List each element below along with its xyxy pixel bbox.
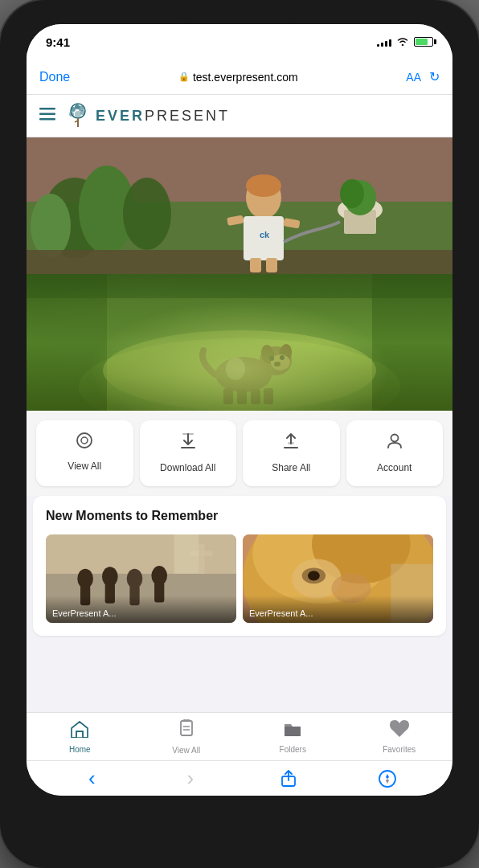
- moments-title: New Moments to Remember: [46, 509, 433, 523]
- screen: 9:41: [27, 24, 452, 796]
- view-all-icon: [74, 432, 95, 454]
- svg-rect-2: [39, 118, 55, 121]
- view-all-label: View All: [68, 461, 101, 473]
- svg-rect-81: [181, 721, 192, 735]
- svg-rect-54: [182, 433, 194, 435]
- hamburger-menu-button[interactable]: [39, 108, 55, 125]
- svg-point-6: [75, 104, 80, 109]
- svg-point-17: [123, 178, 171, 250]
- svg-point-78: [308, 571, 320, 580]
- svg-point-8: [69, 112, 74, 117]
- svg-point-27: [246, 174, 281, 197]
- svg-point-57: [391, 435, 398, 442]
- account-label: Account: [377, 462, 411, 475]
- svg-point-31: [340, 179, 364, 208]
- share-all-label: Share All: [272, 462, 310, 475]
- svg-point-66: [151, 566, 167, 586]
- svg-rect-26: [266, 258, 277, 272]
- app-header: EVERPRESENT: [27, 95, 452, 137]
- browser-actions: AA ↻: [406, 69, 440, 84]
- battery-fill: [416, 39, 428, 45]
- view-all-button[interactable]: View All: [36, 420, 133, 486]
- safari-bottom-bar: ‹ ›: [27, 760, 452, 796]
- svg-point-9: [75, 111, 81, 117]
- photo-dog: [27, 274, 452, 411]
- svg-rect-0: [39, 108, 55, 110]
- share-button[interactable]: [272, 770, 305, 788]
- view-all-nav-icon: [178, 719, 195, 743]
- download-all-button[interactable]: Download All: [140, 420, 237, 486]
- moment-card-1[interactable]: EverPresent A...: [46, 534, 236, 623]
- photo-child: ck: [27, 137, 452, 274]
- phone-frame: 9:41: [0, 0, 479, 868]
- status-bar: 9:41: [27, 24, 452, 59]
- bottom-nav: Home View All: [27, 712, 452, 760]
- wifi-icon: [396, 36, 409, 48]
- action-buttons-container: View All Download All: [27, 411, 452, 496]
- svg-point-64: [127, 568, 143, 588]
- moments-grid: EverPresent A...: [46, 534, 433, 623]
- moment-card-2[interactable]: EverPresent A...: [243, 534, 433, 623]
- back-button[interactable]: ‹: [76, 766, 108, 791]
- account-button[interactable]: Account: [346, 420, 444, 486]
- compass-button[interactable]: [371, 770, 403, 788]
- svg-rect-56: [288, 442, 294, 444]
- svg-rect-1: [39, 113, 55, 115]
- svg-rect-19: [27, 250, 452, 274]
- status-icons: [377, 36, 433, 48]
- svg-point-18: [31, 194, 71, 258]
- nav-home[interactable]: Home: [27, 720, 133, 754]
- url-container: 🔒 test.everpresent.com: [178, 71, 298, 84]
- status-time: 9:41: [46, 35, 70, 49]
- svg-point-51: [77, 433, 92, 448]
- app-content[interactable]: EVERPRESENT: [27, 95, 452, 712]
- home-indicator: [191, 800, 288, 804]
- forward-button[interactable]: ›: [174, 766, 207, 791]
- notch: [179, 0, 300, 23]
- share-all-icon: [281, 432, 301, 456]
- logo-present: PRESENT: [145, 108, 230, 124]
- done-button[interactable]: Done: [39, 70, 70, 84]
- logo: EVERPRESENT: [65, 103, 230, 129]
- moment-2-label: EverPresent A...: [243, 596, 433, 623]
- browser-bar: Done 🔒 test.everpresent.com AA ↻: [27, 59, 452, 95]
- svg-rect-55: [284, 447, 298, 448]
- account-icon: [385, 432, 404, 456]
- svg-point-4: [71, 107, 76, 112]
- refresh-button[interactable]: ↻: [429, 69, 440, 84]
- nav-favorites-label: Favorites: [383, 745, 416, 754]
- moments-section: New Moments to Remember: [33, 496, 446, 636]
- logo-text: EVERPRESENT: [96, 108, 230, 125]
- signal-icon: [377, 37, 391, 47]
- share-all-button[interactable]: Share All: [243, 420, 340, 486]
- svg-rect-25: [250, 258, 261, 272]
- nav-folders-label: Folders: [280, 745, 306, 754]
- svg-text:ck: ck: [260, 230, 270, 240]
- home-nav-icon: [70, 720, 89, 743]
- nav-favorites[interactable]: Favorites: [346, 720, 453, 754]
- svg-point-52: [81, 437, 88, 444]
- nav-view-all-label: View All: [172, 746, 200, 755]
- logo-ever: EVER: [96, 108, 145, 124]
- download-all-label: Download All: [160, 462, 215, 475]
- svg-rect-68: [199, 544, 204, 574]
- svg-rect-53: [181, 447, 195, 448]
- nav-folders[interactable]: Folders: [240, 720, 346, 754]
- logo-tree-icon: [65, 103, 91, 129]
- svg-point-62: [102, 567, 118, 587]
- aa-button[interactable]: AA: [406, 71, 421, 84]
- lock-icon: 🔒: [178, 72, 190, 82]
- svg-rect-70: [174, 534, 199, 574]
- nav-view-all[interactable]: View All: [133, 719, 240, 755]
- nav-home-label: Home: [69, 745, 91, 754]
- url-text: test.everpresent.com: [193, 71, 298, 84]
- photos-area: ck: [27, 137, 452, 411]
- folders-nav-icon: [283, 720, 302, 743]
- svg-rect-84: [285, 727, 301, 736]
- battery-icon: [414, 37, 433, 47]
- svg-rect-80: [76, 731, 83, 738]
- svg-point-60: [77, 568, 93, 588]
- favorites-nav-icon: [390, 720, 409, 743]
- download-all-icon: [178, 432, 198, 456]
- moment-1-label: EverPresent A...: [46, 596, 236, 623]
